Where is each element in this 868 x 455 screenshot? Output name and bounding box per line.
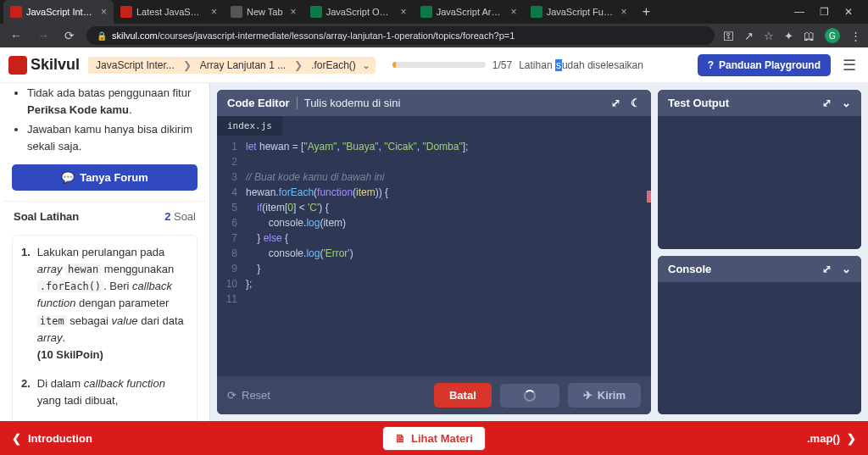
submit-button[interactable]: ✈ Kirim (568, 383, 641, 408)
section-title: Soal Latihan (14, 210, 79, 223)
browser-tab[interactable]: JavaScript Array fil× (414, 0, 524, 24)
code-line[interactable]: 1let hewan = ["Ayam", "Buaya", "Cicak", … (217, 139, 651, 154)
rule-item: Tidak ada batas penggunaan fitur Periksa… (27, 85, 206, 118)
profile-avatar[interactable]: G (825, 28, 840, 43)
section-header: Soal Latihan 2 Soal (3, 201, 206, 231)
status-text: Latihan sudah diselesaikan (519, 59, 643, 71)
code-line[interactable]: 9 } (217, 261, 651, 276)
editor-footer: ⟳ Reset Batal ✈ Kirim (217, 376, 651, 414)
close-window-icon[interactable]: ✕ (844, 6, 853, 18)
reload-icon[interactable]: ⟳ (61, 27, 78, 44)
rule-item: Jawaban kamu hanya bisa dikirim sekali s… (27, 121, 206, 154)
close-tab-icon[interactable]: × (291, 6, 297, 18)
maximize-icon[interactable]: ❐ (820, 6, 829, 18)
app-topbar: Skilvul JavaScript Inter... ❯ Array Lanj… (0, 47, 868, 83)
expand-icon[interactable]: ⤢ (611, 97, 620, 109)
code-area[interactable]: 1let hewan = ["Ayam", "Buaya", "Cicak", … (217, 136, 651, 376)
code-line[interactable]: 6 console.log(item) (217, 215, 651, 230)
console-body (658, 282, 861, 415)
close-tab-icon[interactable]: × (621, 6, 627, 18)
test-output-header: Test Output ⤢ ⌄ (658, 90, 861, 116)
logo-icon (8, 56, 27, 75)
browser-tab-bar: JavaScript Interme×Latest JavaScript I×N… (0, 0, 868, 24)
test-output-title: Test Output (668, 97, 729, 109)
chevron-left-icon: ❮ (12, 432, 21, 445)
file-tab[interactable]: index.js (217, 116, 282, 136)
chevron-right-icon: ❯ (177, 59, 198, 71)
console-panel: Console ⤢ ⌄ (658, 256, 861, 415)
logo-text: Skilvul (31, 56, 80, 74)
url-path: /courses/javascript-intermediate/lessons… (158, 31, 515, 41)
url-host: skilvul.com (112, 31, 158, 41)
code-line[interactable]: 4hewan.forEach(function(item)) { (217, 185, 651, 200)
theme-icon[interactable]: ☾ (631, 97, 641, 109)
chevron-right-icon: ❯ (847, 432, 856, 445)
code-line[interactable]: 2 (217, 154, 651, 169)
reset-button[interactable]: ⟳ Reset (227, 389, 270, 402)
browser-tab[interactable]: JavaScript Operato× (303, 0, 414, 24)
chat-icon: 💬 (61, 171, 75, 184)
menu-icon[interactable]: ☰ (839, 56, 860, 75)
favicon-icon (231, 6, 242, 18)
browser-tab[interactable]: JavaScript Function× (524, 0, 634, 24)
progress-bar (392, 62, 486, 68)
error-marker (647, 191, 651, 203)
key-icon[interactable]: ⚿ (723, 30, 734, 42)
next-topic-button[interactable]: .map() ❯ (807, 432, 856, 445)
close-tab-icon[interactable]: × (401, 6, 407, 18)
url-input[interactable]: 🔒 skilvul.com/courses/javascript-interme… (86, 26, 715, 45)
code-line[interactable]: 11 (217, 291, 651, 307)
code-line[interactable]: 10}; (217, 276, 651, 291)
loading-button[interactable] (500, 384, 559, 408)
crumb-topic[interactable]: .forEach() (309, 59, 359, 71)
favicon-icon (420, 6, 432, 18)
chevron-down-icon[interactable]: ⌄ (842, 97, 851, 109)
favicon-icon (120, 6, 132, 18)
refresh-icon: ⟳ (227, 389, 236, 402)
browser-tab[interactable]: Latest JavaScript I× (114, 0, 224, 24)
close-tab-icon[interactable]: × (101, 6, 107, 18)
test-output-body (658, 116, 861, 249)
back-icon[interactable]: ← (7, 27, 25, 44)
close-tab-icon[interactable]: × (211, 6, 217, 18)
sidebar: Tidak ada batas penggunaan fitur Periksa… (0, 83, 210, 421)
forward-icon[interactable]: → (34, 27, 53, 44)
extensions-icon[interactable]: ✦ (784, 30, 793, 42)
reading-list-icon[interactable]: 🕮 (804, 30, 815, 42)
code-line[interactable]: 7 } else { (217, 230, 651, 246)
close-tab-icon[interactable]: × (511, 6, 517, 18)
forum-button[interactable]: 💬 Tanya Forum (12, 164, 198, 191)
expand-icon[interactable]: ⤢ (822, 263, 832, 275)
spinner-icon (524, 390, 536, 402)
address-bar: ← → ⟳ 🔒 skilvul.com/courses/javascript-i… (0, 24, 868, 47)
help-icon: ? (708, 59, 714, 71)
chevron-down-icon[interactable]: ⌄ (842, 263, 851, 275)
code-line[interactable]: 3// Buat kode kamu di bawah ini (217, 169, 651, 185)
browser-tab[interactable]: JavaScript Interme× (3, 0, 114, 24)
star-icon[interactable]: ☆ (764, 30, 774, 42)
test-output-panel: Test Output ⤢ ⌄ (658, 90, 861, 249)
browser-tab[interactable]: New Tab× (224, 0, 303, 24)
share-icon[interactable]: ↗ (744, 30, 754, 42)
crumb-course[interactable]: JavaScript Inter... (93, 59, 177, 71)
guide-button[interactable]: ? Panduan Playground (698, 54, 831, 76)
editor-subtitle: Tulis kodemu di sini (297, 97, 401, 109)
crumb-lesson[interactable]: Array Lanjutan 1 ... (198, 59, 288, 71)
console-title: Console (668, 263, 711, 275)
new-tab-button[interactable]: + (634, 4, 659, 19)
menu-icon[interactable]: ⋮ (850, 30, 861, 42)
view-material-button[interactable]: 🗎 Lihat Materi (382, 426, 486, 451)
cancel-button[interactable]: Batal (434, 383, 492, 408)
minimize-icon[interactable]: — (794, 6, 804, 18)
logo[interactable]: Skilvul (8, 56, 80, 75)
expand-icon[interactable]: ⤢ (822, 97, 832, 109)
code-line[interactable]: 8 console.log('Error') (217, 246, 651, 261)
prev-topic-button[interactable]: ❮ Introduction (12, 432, 92, 445)
code-line[interactable]: 5 if(item[0] < 'C') { (217, 200, 651, 215)
window-controls: — ❐ ✕ (782, 6, 865, 18)
chevron-down-icon[interactable]: ⌄ (359, 59, 370, 71)
breadcrumb[interactable]: JavaScript Inter... ❯ Array Lanjutan 1 .… (88, 57, 376, 74)
code-editor-panel: Code Editor Tulis kodemu di sini ⤢ ☾ ind… (217, 90, 651, 414)
exercise-item: 2.Di dalam callback function yang tadi d… (21, 375, 188, 409)
exercise-item: 1.Lakukan perulangan pada array hewan me… (21, 244, 188, 363)
